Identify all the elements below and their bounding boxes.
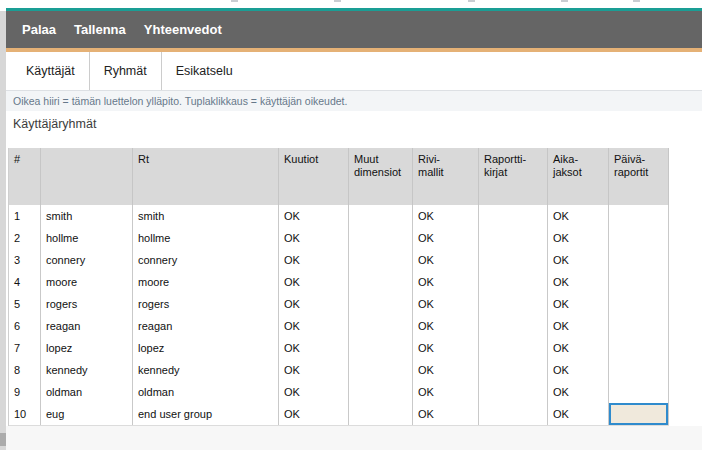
cell-rt[interactable]: lopez [133,337,279,359]
cell-num[interactable]: 10 [9,403,41,425]
tab-kayttajat[interactable]: Käyttäjät [12,52,89,90]
cell-paivaraportit[interactable] [609,315,669,337]
cell-paivaraportit[interactable] [609,381,669,403]
cell-raporttikirjat[interactable] [479,403,548,425]
table-row[interactable]: 6reaganreaganOKOKOK [9,315,669,337]
cell-muut_dimensiot[interactable] [349,249,413,271]
cell-paivaraportit[interactable] [609,271,669,293]
cell-rivimallit[interactable]: OK [413,205,479,227]
cell-num[interactable]: 4 [9,271,41,293]
menu-item-yhteenvedot[interactable]: Yhteenvedot [144,22,222,37]
cell-aikajaksot[interactable]: OK [548,359,609,381]
cell-rt[interactable]: moore [133,271,279,293]
cell-name[interactable]: eug [41,403,133,425]
cell-rivimallit[interactable]: OK [413,249,479,271]
cell-aikajaksot[interactable]: OK [548,249,609,271]
cell-rivimallit[interactable]: OK [413,403,479,425]
cell-paivaraportit[interactable] [609,205,669,227]
cell-name[interactable]: reagan [41,315,133,337]
cell-name[interactable]: lopez [41,337,133,359]
cell-paivaraportit[interactable] [609,227,669,249]
cell-raporttikirjat[interactable] [479,359,548,381]
menu-item-palaa[interactable]: Palaa [22,22,56,37]
cell-num[interactable]: 9 [9,381,41,403]
table-row[interactable]: 9oldmanoldmanOKOKOK [9,381,669,403]
cell-rt[interactable]: reagan [133,315,279,337]
cell-num[interactable]: 5 [9,293,41,315]
cell-name[interactable]: kennedy [41,359,133,381]
cell-rt[interactable]: smith [133,205,279,227]
cell-paivaraportit[interactable] [609,337,669,359]
cell-kuutiot[interactable]: OK [279,293,349,315]
cell-rivimallit[interactable]: OK [413,359,479,381]
cell-rt[interactable]: kennedy [133,359,279,381]
cell-num[interactable]: 2 [9,227,41,249]
cell-kuutiot[interactable]: OK [279,337,349,359]
cell-raporttikirjat[interactable] [479,315,548,337]
cell-rivimallit[interactable]: OK [413,381,479,403]
cell-muut_dimensiot[interactable] [349,205,413,227]
cell-kuutiot[interactable]: OK [279,227,349,249]
cell-rt[interactable]: oldman [133,381,279,403]
cell-name[interactable]: rogers [41,293,133,315]
cell-raporttikirjat[interactable] [479,271,548,293]
cell-muut_dimensiot[interactable] [349,315,413,337]
table-row[interactable]: 1smithsmithOKOKOK [9,205,669,227]
cell-muut_dimensiot[interactable] [349,381,413,403]
cell-raporttikirjat[interactable] [479,293,548,315]
table-row[interactable]: 4mooremooreOKOKOK [9,271,669,293]
cell-num[interactable]: 1 [9,205,41,227]
cell-aikajaksot[interactable]: OK [548,293,609,315]
tab-esikatselu[interactable]: Esikatselu [162,52,247,90]
cell-muut_dimensiot[interactable] [349,293,413,315]
cell-num[interactable]: 8 [9,359,41,381]
cell-muut_dimensiot[interactable] [349,271,413,293]
table-row[interactable]: 7lopezlopezOKOKOK [9,337,669,359]
cell-paivaraportit[interactable] [609,249,669,271]
cell-name[interactable]: smith [41,205,133,227]
cell-rivimallit[interactable]: OK [413,293,479,315]
cell-num[interactable]: 6 [9,315,41,337]
cell-name[interactable]: hollme [41,227,133,249]
cell-raporttikirjat[interactable] [479,337,548,359]
cell-aikajaksot[interactable]: OK [548,271,609,293]
cell-aikajaksot[interactable]: OK [548,227,609,249]
cell-aikajaksot[interactable]: OK [548,381,609,403]
cell-muut_dimensiot[interactable] [349,403,413,425]
cell-kuutiot[interactable]: OK [279,315,349,337]
cell-muut_dimensiot[interactable] [349,227,413,249]
cell-name[interactable]: oldman [41,381,133,403]
cell-muut_dimensiot[interactable] [349,337,413,359]
cell-num[interactable]: 3 [9,249,41,271]
cell-kuutiot[interactable]: OK [279,403,349,425]
cell-raporttikirjat[interactable] [479,249,548,271]
cell-rt[interactable]: rogers [133,293,279,315]
cell-rivimallit[interactable]: OK [413,227,479,249]
table-row[interactable]: 2hollmehollmeOKOKOK [9,227,669,249]
selected-cell[interactable] [609,403,669,425]
cell-aikajaksot[interactable]: OK [548,205,609,227]
cell-rt[interactable]: end user group [133,403,279,425]
cell-raporttikirjat[interactable] [479,205,548,227]
cell-rivimallit[interactable]: OK [413,315,479,337]
cell-paivaraportit[interactable] [609,359,669,381]
table-row[interactable]: 8kennedykennedyOKOKOK [9,359,669,381]
cell-muut_dimensiot[interactable] [349,359,413,381]
cell-rt[interactable]: hollme [133,227,279,249]
cell-aikajaksot[interactable]: OK [548,403,609,425]
cell-paivaraportit[interactable] [609,293,669,315]
cell-aikajaksot[interactable]: OK [548,337,609,359]
cell-name[interactable]: connery [41,249,133,271]
cell-rivimallit[interactable]: OK [413,337,479,359]
cell-aikajaksot[interactable]: OK [548,315,609,337]
cell-rivimallit[interactable]: OK [413,271,479,293]
cell-kuutiot[interactable]: OK [279,359,349,381]
table-row[interactable]: 5rogersrogersOKOKOK [9,293,669,315]
cell-kuutiot[interactable]: OK [279,271,349,293]
menu-item-tallenna[interactable]: Tallenna [74,22,126,37]
table-row[interactable]: 3conneryconneryOKOKOK [9,249,669,271]
table-row[interactable]: 10eugend user groupOKOKOK [9,403,669,425]
cell-kuutiot[interactable]: OK [279,249,349,271]
cell-kuutiot[interactable]: OK [279,205,349,227]
cell-raporttikirjat[interactable] [479,381,548,403]
